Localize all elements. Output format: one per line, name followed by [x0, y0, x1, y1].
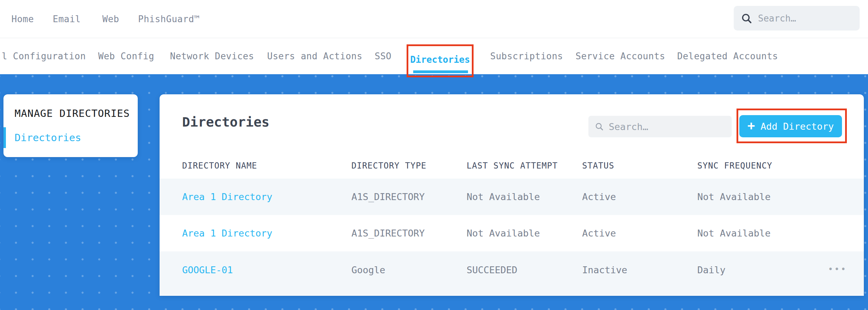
sync-frequency-cell: Not Available: [697, 228, 819, 239]
column-header-status: STATUS: [582, 161, 697, 171]
add-directory-label: Add Directory: [760, 121, 834, 132]
status-cell: Active: [582, 191, 697, 202]
status-cell: Inactive: [582, 265, 697, 275]
sidebar-item-directories[interactable]: Directories: [15, 132, 81, 144]
annotation-box-directories-tab: Directories: [407, 44, 474, 77]
page-title: Directories: [182, 114, 270, 130]
last-sync-cell: Not Available: [467, 191, 582, 202]
workspace-background: MANAGE DIRECTORIES Directories Directori…: [0, 74, 868, 310]
tab-delegated-accounts[interactable]: Delegated Accounts: [677, 51, 778, 61]
plus-icon: +: [747, 120, 755, 132]
tab-email-configuration[interactable]: l Configuration: [2, 51, 86, 61]
directories-card: Directories + Add Directory DIRECTORY NA…: [160, 94, 864, 296]
row-actions-menu-icon[interactable]: •••: [819, 265, 847, 274]
tab-directories[interactable]: Directories: [408, 54, 472, 65]
panel-title: MANAGE DIRECTORIES: [15, 107, 130, 119]
tab-subscriptions[interactable]: Subscriptions: [490, 51, 563, 61]
topnav-item-phishguard[interactable]: PhishGuard™: [138, 14, 200, 24]
column-header-sync-frequency: SYNC FREQUENCY: [697, 161, 819, 171]
topnav-item-email[interactable]: Email: [53, 14, 81, 24]
active-item-indicator: [3, 127, 6, 148]
directory-type-cell: Google: [351, 265, 467, 275]
sync-frequency-cell: Daily: [697, 265, 819, 275]
table-row: GOOGLE-01 Google SUCCEEDED Inactive Dail…: [160, 251, 864, 295]
directories-search-input[interactable]: [609, 121, 725, 132]
directory-type-cell: A1S_DIRECTORY: [351, 228, 467, 239]
settings-tab-bar: l Configuration Web Config Network Devic…: [0, 38, 868, 74]
directory-name-link[interactable]: Area 1 Directory: [182, 191, 351, 202]
top-nav-bar: Home Email Web PhishGuard™: [0, 0, 868, 38]
active-tab-underline: [413, 70, 468, 73]
last-sync-cell: Not Available: [467, 228, 582, 239]
tab-users-and-actions[interactable]: Users and Actions: [267, 51, 363, 61]
tab-web-config[interactable]: Web Config: [98, 51, 154, 61]
directory-type-cell: A1S_DIRECTORY: [351, 191, 467, 202]
tab-service-accounts[interactable]: Service Accounts: [576, 51, 665, 61]
table-header-row: DIRECTORY NAME DIRECTORY TYPE LAST SYNC …: [160, 153, 864, 179]
sync-frequency-cell: Not Available: [697, 191, 819, 202]
directories-search-box[interactable]: [588, 116, 732, 137]
search-icon: [741, 12, 752, 24]
global-search-input[interactable]: [758, 13, 853, 24]
table-row: Area 1 Directory A1S_DIRECTORY Not Avail…: [160, 215, 864, 251]
add-directory-button[interactable]: + Add Directory: [739, 115, 842, 137]
column-header-directory-name: DIRECTORY NAME: [182, 161, 351, 171]
topnav-item-web[interactable]: Web: [102, 14, 119, 24]
global-search-box[interactable]: [734, 6, 860, 31]
topnav-item-home[interactable]: Home: [11, 14, 34, 24]
search-icon: [595, 121, 604, 132]
tab-network-devices[interactable]: Network Devices: [170, 51, 254, 61]
last-sync-cell: SUCCEEDED: [467, 265, 582, 275]
directories-table: DIRECTORY NAME DIRECTORY TYPE LAST SYNC …: [160, 153, 864, 295]
status-cell: Active: [582, 228, 697, 239]
directory-name-link[interactable]: GOOGLE-01: [182, 265, 351, 275]
manage-directories-panel: MANAGE DIRECTORIES Directories: [3, 94, 138, 157]
directory-name-link[interactable]: Area 1 Directory: [182, 228, 351, 239]
column-header-last-sync: LAST SYNC ATTEMPT: [467, 161, 582, 171]
column-header-directory-type: DIRECTORY TYPE: [351, 161, 467, 171]
table-row: Area 1 Directory A1S_DIRECTORY Not Avail…: [160, 179, 864, 215]
tab-sso[interactable]: SSO: [375, 51, 391, 61]
